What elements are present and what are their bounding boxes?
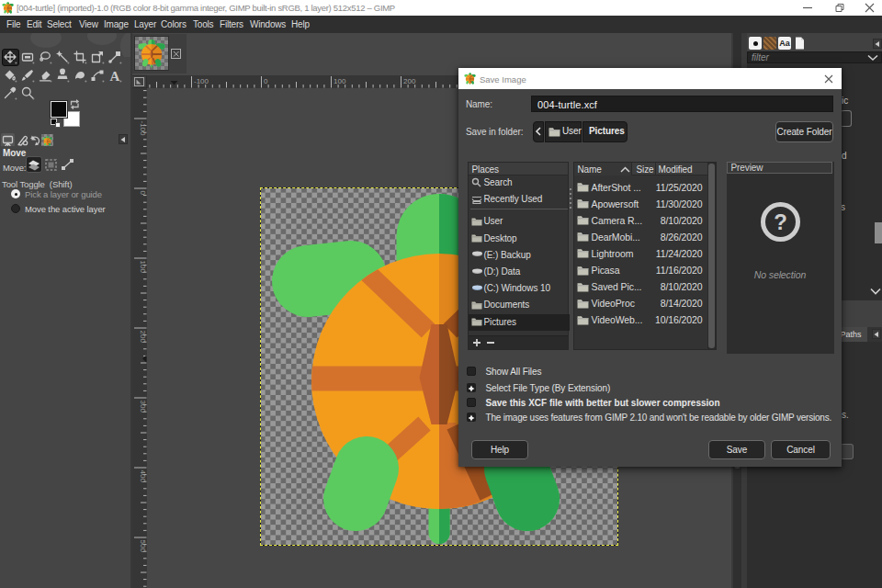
svg-text:?: ?	[774, 209, 787, 234]
svg-text:A: A	[110, 69, 120, 84]
